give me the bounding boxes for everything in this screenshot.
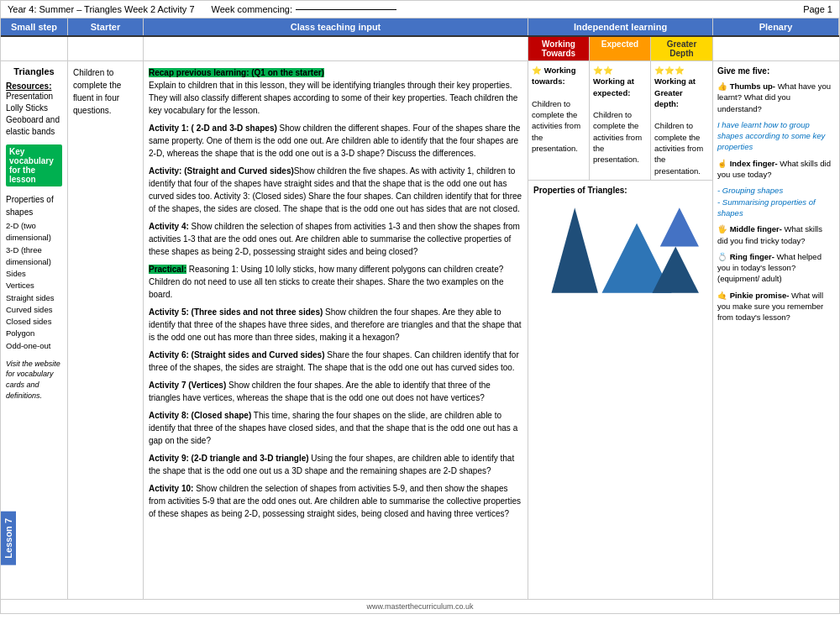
- lesson-label: Lesson 7: [1, 512, 16, 565]
- working-towards-header: Working Towards: [528, 37, 590, 60]
- thumbs-up-icon: 👍: [717, 81, 727, 91]
- plenary-column: Give me five: 👍 Thumbs up- What have you…: [713, 61, 839, 599]
- col-header-starter: Starter: [68, 18, 144, 35]
- plenary-middle-finger: 🖐 Middle finger- What skills did you fin…: [717, 223, 835, 246]
- small-step-title: Triangles: [6, 66, 62, 76]
- triangle-left: [552, 207, 598, 293]
- main-content: Triangles Resources: Presentation Lolly …: [1, 61, 839, 599]
- activity-5: Activity 5: (Three sides and not three s…: [149, 306, 522, 344]
- property-item: Polygon: [6, 328, 62, 339]
- week-commencing: Week commencing:: [212, 4, 396, 14]
- properties-list: Properties of shapes 2-D (two dimensiona…: [6, 193, 62, 352]
- property-item: Closed sides: [6, 316, 62, 328]
- greater-depth-cell: ⭐⭐⭐ Working at Greater depth: Children t…: [651, 61, 712, 180]
- working-towards-text: Children to complete the activities from…: [532, 99, 580, 153]
- plenary-pinkie: 🤙 Pinkie promise- What will you make sur…: [717, 290, 835, 323]
- col-header-plenary: Plenary: [713, 18, 839, 35]
- property-item: Vertices: [6, 280, 62, 291]
- properties-title: Properties of shapes: [6, 193, 62, 218]
- col-header-independent: Independent learning: [528, 18, 713, 35]
- greater-depth-header: Greater Depth: [651, 37, 712, 60]
- triangles-diagram: [533, 200, 701, 301]
- greater-depth-level: Working at Greater depth:: [654, 76, 696, 108]
- star-1: ⭐: [532, 66, 542, 75]
- recap-para: Recap previous learning: (Q1 on the star…: [149, 66, 522, 117]
- activity-1-label: Activity 1: ( 2-D and 3-D shapes): [149, 123, 277, 133]
- plenary-blue-1: I have learnt how to group shapes accord…: [717, 119, 835, 153]
- teaching-intro: Explain to children that in this lesson,…: [149, 81, 517, 115]
- activity-10: Activity 10: Show children the selection…: [149, 482, 522, 520]
- column-headers: Small step Starter Class teaching input …: [1, 18, 839, 37]
- sub-header-row: Working Towards Expected Greater Depth: [1, 37, 839, 61]
- activity-1: Activity 1: ( 2-D and 3-D shapes) Show c…: [149, 122, 522, 160]
- sub-empty-3: [144, 37, 528, 60]
- activity-8: Activity 8: (Closed shape) This time, sh…: [149, 409, 522, 447]
- expected-text: Children to complete the activities from…: [593, 110, 642, 164]
- website-text: Visit the website for vocabulary cards a…: [6, 359, 62, 401]
- starter-text: Children to complete the fluent in four …: [73, 66, 138, 117]
- activity-2-label: Activity: (Straight and Curved sides): [149, 166, 294, 176]
- activity-6: Activity 6: (Straight sides and Curved s…: [149, 349, 522, 374]
- resource-item: Presentation: [6, 91, 62, 102]
- expected-header: Expected: [590, 37, 651, 60]
- triangle-top-right: [660, 207, 699, 246]
- resources-title: Resources:: [6, 81, 62, 91]
- plenary-thumbs-up: 👍 Thumbs up- What have you learnt? What …: [717, 81, 835, 114]
- middle-finger-label: Middle finger-: [730, 224, 782, 234]
- activity-9: Activity 9: (2-D triangle and 3-D triang…: [149, 452, 522, 477]
- lesson-title: Year 4: Summer – Triangles Week 2 Activi…: [8, 4, 195, 14]
- activity-5-label: Activity 5: (Three sides and not three s…: [149, 307, 323, 317]
- greater-depth-text: Children to complete the activities from…: [654, 121, 703, 175]
- property-item: 2-D (two dimensional): [6, 220, 62, 244]
- working-towards-cell: ⭐ Working towards: Children to complete …: [528, 61, 590, 180]
- resources-list: Presentation Lolly Sticks Geoboard and e…: [6, 91, 62, 138]
- sub-empty-1: [1, 37, 68, 60]
- ring-finger-label: Ring finger-: [730, 252, 774, 261]
- property-item: Curved sides: [6, 304, 62, 316]
- property-item: Straight sides: [6, 292, 62, 304]
- activity-9-label: Activity 9: (2-D triangle and 3-D triang…: [149, 454, 309, 463]
- resources-section: Resources: Presentation Lolly Sticks Geo…: [6, 81, 62, 138]
- working-levels: ⭐ Working towards: Children to complete …: [528, 61, 712, 181]
- independent-column: ⭐ Working towards: Children to complete …: [528, 61, 713, 599]
- plenary-intro: Give me five:: [717, 66, 835, 77]
- thumbs-up-label: Thumbs up-: [730, 81, 775, 91]
- pinkie-icon: 🤙: [717, 291, 727, 300]
- plenary-index-finger: ☝ Index finger- What skills did you use …: [717, 158, 835, 181]
- index-finger-label: Index finger-: [730, 159, 778, 168]
- property-item: Sides: [6, 268, 62, 280]
- key-vocab-box: Key vocabulary for the lesson: [6, 144, 62, 186]
- footer-url: www.masterthecurriculum.co.uk: [366, 602, 473, 611]
- pinkie-label: Pinkie promise-: [730, 291, 790, 300]
- activity-6-label: Activity 6: (Straight sides and Curved s…: [149, 350, 325, 360]
- ind-sub-headers: Working Towards Expected Greater Depth: [528, 37, 713, 60]
- plenary-ring-finger: 💍 Ring finger- What helped you in today'…: [717, 251, 835, 285]
- property-item: 3-D (three dimensional): [6, 244, 62, 269]
- ring-finger-icon: 💍: [717, 252, 727, 261]
- properties-triangles-section: Properties of Triangles:: [528, 181, 712, 599]
- ind-sub-header-grid: Working Towards Expected Greater Depth: [528, 37, 712, 60]
- practical-highlight: Practical:: [149, 265, 186, 274]
- properties-triangles-label: Properties of Triangles:: [533, 186, 707, 195]
- index-finger-icon: ☝: [717, 159, 727, 168]
- activity-4-label: Activity 4:: [149, 222, 189, 231]
- sub-empty-4: [713, 37, 839, 60]
- col-header-teaching: Class teaching input: [144, 18, 528, 35]
- page-header: Year 4: Summer – Triangles Week 2 Activi…: [1, 1, 839, 18]
- page-footer: www.masterthecurriculum.co.uk: [1, 599, 839, 613]
- property-item: Odd-one-out: [6, 340, 62, 352]
- page-number: Page 1: [803, 4, 832, 14]
- small-step-column: Triangles Resources: Presentation Lolly …: [1, 61, 68, 599]
- expected-level: Working at expected:: [593, 76, 634, 97]
- resource-item: Lolly Sticks: [6, 102, 62, 114]
- activity-4: Activity 4: Show children the selection …: [149, 220, 522, 258]
- practical: Practical: Reasoning 1: Using 10 lolly s…: [149, 263, 522, 301]
- activity-2: Activity: (Straight and Curved sides)Sho…: [149, 165, 522, 215]
- sub-empty-2: [68, 37, 144, 60]
- activity-7-label: Activity 7 (Vertices): [149, 381, 226, 390]
- middle-finger-icon: 🖐: [717, 224, 727, 234]
- activity-10-label: Activity 10:: [149, 484, 193, 493]
- starter-column: Children to complete the fluent in four …: [68, 61, 144, 599]
- col-header-small-step: Small step: [1, 18, 68, 35]
- stars-3: ⭐⭐⭐: [654, 66, 685, 75]
